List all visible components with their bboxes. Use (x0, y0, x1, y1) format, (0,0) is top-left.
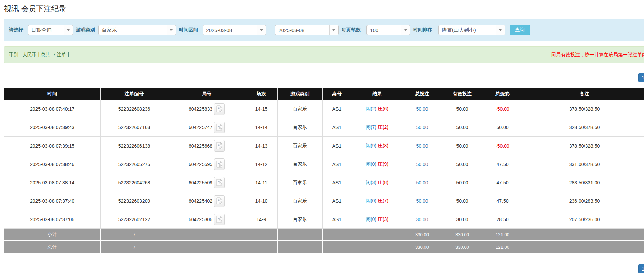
date-from-picker[interactable]: 2025-03-08 (203, 25, 266, 35)
sum-total-bet: 330.00 (403, 241, 441, 253)
cell-valid-bet: 50.00 (441, 173, 483, 192)
table-row: 2025-03-08 07:38:14 522322604268 6042255… (4, 173, 644, 192)
cell-bet-id: 522322605275 (101, 155, 168, 173)
video-file-icon (216, 105, 223, 112)
cell-total-bet[interactable]: 50.00 (403, 155, 441, 173)
date-to-picker[interactable]: 2025-03-08 (275, 25, 339, 35)
cell-result: 闲(0) 庄(7) (351, 192, 403, 210)
video-replay-button[interactable] (214, 195, 225, 207)
cell-game-type: 百家乐 (278, 173, 323, 192)
page-size-select[interactable]: 100 (366, 25, 410, 35)
cell-payout: 47.50 (483, 192, 522, 210)
cell-round-id: 604225833 (168, 100, 245, 118)
valid-bet-note: 同局有效投注，统一计算在该局第一张注单内 (551, 52, 644, 58)
cell-result: 闲(2) 庄(6) (351, 100, 403, 118)
query-mode-label: 请选择: (9, 27, 25, 33)
cell-valid-bet: 50.00 (441, 118, 483, 137)
cell-game-type: 百家乐 (278, 155, 323, 173)
game-type-select[interactable]: 百家乐 (98, 25, 176, 35)
video-file-icon (216, 124, 223, 131)
cell-total-bet[interactable]: 50.00 (403, 192, 441, 210)
range-separator: ~ (269, 27, 272, 33)
cell-bet-id: 522322608236 (101, 100, 168, 118)
table-row: 2025-03-08 07:37:06 522322602122 6042253… (4, 210, 644, 229)
video-file-icon (216, 142, 223, 149)
cell-round-id: 604225595 (168, 155, 245, 173)
summary-bar: 币别 : 人民币 | 总共 :7 注单 | 同局有效投注，统一计算在该局第一张注… (4, 46, 644, 63)
pagination-page-1-top[interactable]: 1 (638, 73, 644, 82)
cell-result: 闲(0) 庄(3) (351, 210, 403, 229)
cell-total-bet[interactable]: 30.00 (403, 210, 441, 229)
table-row: 2025-03-08 07:40:17 522322608236 6042258… (4, 100, 644, 118)
cell-total-bet[interactable]: 50.00 (403, 100, 441, 118)
time-sort-value: 降幂(由大到小) (439, 25, 496, 35)
cell-payout: 47.50 (483, 155, 522, 173)
cell-bet-id: 522322602122 (101, 210, 168, 229)
video-replay-button[interactable] (214, 214, 225, 225)
video-replay-button[interactable] (214, 177, 225, 188)
chevron-down-icon[interactable] (496, 25, 505, 35)
grand-total-row: 总计 7 330.00 330.00 121.00 (4, 241, 644, 253)
cell-total-bet[interactable]: 50.00 (403, 173, 441, 192)
cell-remark: 378.50/328.50 (522, 137, 644, 155)
sum-label: 总计 (4, 241, 101, 253)
video-replay-button[interactable] (214, 122, 225, 133)
sum-valid-bet: 330.00 (441, 229, 483, 241)
column-header: 总派彩 (483, 88, 522, 100)
video-file-icon (216, 197, 223, 204)
cell-session: 14-12 (245, 155, 278, 173)
cell-total-bet[interactable]: 50.00 (403, 137, 441, 155)
bet-table-body: 2025-03-08 07:40:17 522322608236 6042258… (4, 100, 644, 229)
cell-time: 2025-03-08 07:37:06 (4, 210, 101, 229)
sum-total-bet: 330.00 (403, 229, 441, 241)
video-replay-button[interactable] (214, 140, 225, 152)
cell-session: 14-13 (245, 137, 278, 155)
chevron-down-icon[interactable] (64, 25, 73, 35)
search-button[interactable]: 查询 (510, 25, 530, 35)
chevron-down-icon[interactable] (401, 25, 410, 35)
column-header: 游戏类别 (278, 88, 323, 100)
time-sort-select[interactable]: 降幂(由大到小) (438, 25, 505, 35)
cell-valid-bet: 50.00 (441, 155, 483, 173)
video-replay-button[interactable] (214, 103, 225, 115)
date-to-value: 2025-03-08 (275, 25, 329, 35)
cell-table-no: AS1 (323, 155, 351, 173)
cell-remark: 378.50/328.50 (522, 100, 644, 118)
cell-round-id: 604225509 (168, 173, 245, 192)
cell-result: 闲(7) 庄(2) (351, 118, 403, 137)
cell-remark: 207.50/236.00 (522, 210, 644, 229)
cell-valid-bet: 50.00 (441, 192, 483, 210)
cell-game-type: 百家乐 (278, 137, 323, 155)
cell-total-bet[interactable]: 50.00 (403, 118, 441, 137)
column-header: 结果 (351, 88, 403, 100)
cell-game-type: 百家乐 (278, 210, 323, 229)
chevron-down-icon[interactable] (167, 25, 176, 35)
cell-round-id: 604225668 (168, 137, 245, 155)
query-mode-value: 日期查询 (28, 25, 64, 35)
cell-table-no: AS1 (323, 210, 351, 229)
page-size-label: 每页笔数 : (342, 27, 364, 33)
cell-time: 2025-03-08 07:38:46 (4, 155, 101, 173)
cell-time: 2025-03-08 07:39:43 (4, 118, 101, 137)
cell-session: 14-10 (245, 192, 278, 210)
cell-game-type: 百家乐 (278, 100, 323, 118)
cell-session: 14-9 (245, 210, 278, 229)
video-replay-button[interactable] (214, 158, 225, 170)
cell-game-type: 百家乐 (278, 118, 323, 137)
cell-payout: 28.50 (483, 210, 522, 229)
pagination-page-1-bottom[interactable]: 1 (638, 264, 644, 273)
cell-remark: 236.00/283.50 (522, 192, 644, 210)
cell-remark: 328.50/378.50 (522, 118, 644, 137)
video-file-icon (216, 216, 223, 223)
cell-round-id: 604225306 (168, 210, 245, 229)
query-mode-select[interactable]: 日期查询 (28, 25, 73, 35)
column-header: 注单编号 (101, 88, 168, 100)
cell-table-no: AS1 (323, 173, 351, 192)
chevron-down-icon[interactable] (329, 25, 338, 35)
cell-payout: -50.00 (483, 100, 522, 118)
cell-time: 2025-03-08 07:38:14 (4, 173, 101, 192)
column-header: 场次 (245, 88, 278, 100)
chevron-down-icon[interactable] (257, 25, 266, 35)
filter-toolbar: 请选择: 日期查询 游戏类别 百家乐 时间区间: 2025-03-08 ~ 20… (4, 19, 644, 41)
cell-remark: 331.00/378.50 (522, 155, 644, 173)
